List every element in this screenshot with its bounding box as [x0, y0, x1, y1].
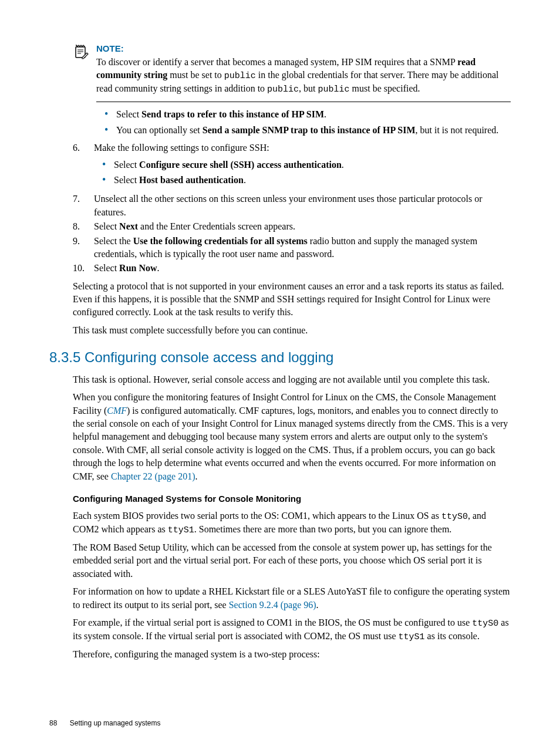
note-text: must be set to	[167, 70, 224, 80]
text: . Sometimes there are more than two port…	[194, 524, 452, 534]
bullet-pre: You can optionally set	[116, 125, 203, 135]
mono-text: ttyS1	[399, 632, 425, 642]
paragraph: For information on how to update a RHEL …	[73, 585, 511, 612]
glossary-link-cmf[interactable]: CMF	[107, 406, 127, 416]
step-9: 9. Select the Use the following credenti…	[73, 235, 511, 261]
paragraph: When you configure the monitoring featur…	[73, 391, 511, 483]
step-pre: Select	[94, 263, 119, 273]
note-mono: public	[318, 85, 350, 94]
steps-list: 6. Make the following settings to config…	[73, 141, 511, 275]
note-mono: public	[224, 71, 256, 81]
step-text: Make the following settings to configure…	[94, 141, 511, 154]
step-number: 8.	[73, 220, 94, 233]
paragraph: Each system BIOS provides two serial por…	[73, 509, 511, 536]
note-icon	[73, 43, 89, 63]
paragraph: This task is optional. However, serial c…	[73, 373, 511, 386]
bullet-bold: Send a sample SNMP trap to this instance…	[203, 125, 416, 135]
note-text: , but	[299, 83, 318, 93]
step-number: 10.	[73, 262, 94, 275]
note-text: To discover or identify a server that be…	[96, 57, 457, 67]
list-item: Select Host based authentication.	[94, 174, 511, 187]
text: ) is configured automatically. CMF captu…	[73, 406, 508, 481]
list-item: Select Send traps to refer to this insta…	[96, 108, 511, 121]
step-pre: Select the	[94, 236, 133, 246]
page-number: 88	[49, 719, 57, 727]
text: .	[195, 471, 197, 481]
paragraph: For example, if the virtual serial port …	[73, 616, 511, 643]
bullet-post: , but it is not required.	[416, 125, 499, 135]
paragraph: Therefore, configuring the managed syste…	[73, 648, 511, 661]
text: Each system BIOS provides two serial por…	[73, 511, 441, 521]
bullet-bold: Host based authentication	[139, 175, 244, 185]
bullet-pre: Select	[116, 109, 141, 119]
bullet-post: .	[324, 109, 326, 119]
step-10: 10. Select Run Now.	[73, 262, 511, 275]
step-number: 7.	[73, 193, 94, 219]
text: as its console.	[425, 631, 480, 641]
upper-bullet-list: Select Send traps to refer to this insta…	[96, 108, 511, 137]
list-item: Select Configure secure shell (SSH) acce…	[94, 158, 511, 171]
step-post: .	[157, 263, 160, 273]
note-block: NOTE: To discover or identify a server t…	[73, 42, 511, 96]
step-number: 9.	[73, 235, 94, 261]
mono-text: ttyS0	[441, 512, 468, 522]
bullet-pre: Select	[114, 175, 139, 185]
sub-heading: Configuring Managed Systems for Console …	[73, 492, 511, 505]
chapter-link[interactable]: Chapter 22 (page 201)	[111, 471, 195, 481]
bullet-bold: Configure secure shell (SSH) access auth…	[139, 160, 342, 170]
bullet-bold: Send traps to refer to this instance of …	[141, 109, 324, 119]
note-heading: NOTE:	[96, 42, 511, 55]
step-bold: Run Now	[119, 263, 157, 273]
list-item: You can optionally set Send a sample SNM…	[96, 124, 511, 137]
paragraph: Selecting a protocol that is not support…	[73, 280, 511, 319]
step-text: Unselect all the other sections on this …	[94, 193, 511, 219]
step-7: 7. Unselect all the other sections on th…	[73, 193, 511, 219]
note-mono: public	[267, 85, 299, 94]
mono-text: ttyS1	[168, 525, 194, 535]
note-text: must be specified.	[350, 83, 420, 93]
paragraph: The ROM Based Setup Utility, which can b…	[73, 541, 511, 580]
note-body: To discover or identify a server that be…	[96, 56, 511, 96]
section-title: 8.3.5 Configuring console access and log…	[49, 347, 511, 367]
step-6: 6. Make the following settings to config…	[73, 141, 511, 191]
step-post: and the Enter Credentials screen appears…	[138, 221, 295, 231]
step-bold: Next	[119, 221, 138, 231]
paragraph: This task must complete successfully bef…	[73, 324, 511, 337]
text: For example, if the virtual serial port …	[73, 617, 472, 627]
text: .	[316, 600, 319, 610]
bullet-pre: Select	[114, 160, 139, 170]
footer-text: Setting up managed systems	[70, 719, 161, 727]
note-divider	[96, 102, 511, 102]
mono-text: ttyS0	[472, 619, 498, 629]
step-bold: Use the following credentials for all sy…	[133, 236, 308, 246]
page-footer: 88 Setting up managed systems	[49, 718, 160, 728]
section-link[interactable]: Section 9.2.4 (page 96)	[229, 600, 316, 610]
bullet-post: .	[244, 175, 246, 185]
bullet-post: .	[342, 160, 344, 170]
step-number: 6.	[73, 141, 94, 191]
step-8: 8. Select Next and the Enter Credentials…	[73, 220, 511, 233]
step-pre: Select	[94, 221, 119, 231]
